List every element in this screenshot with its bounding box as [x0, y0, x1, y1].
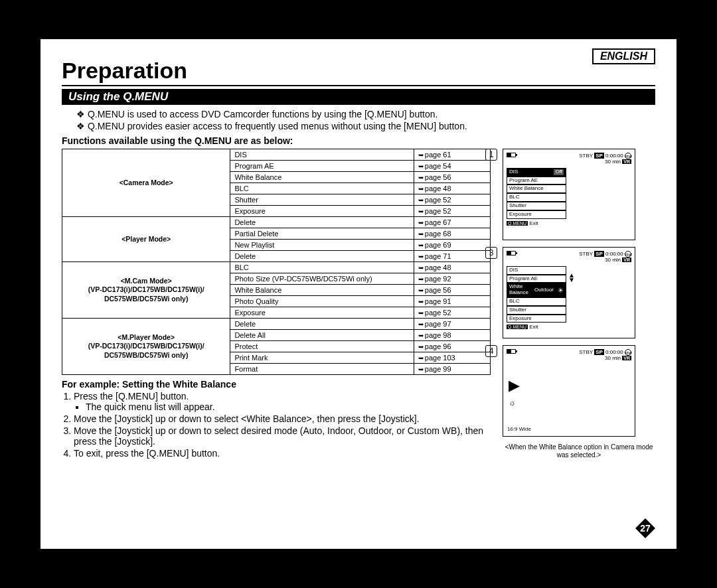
disc-rw-icon: RW: [625, 153, 631, 159]
example-step: Move the [Joystick] up or down to select…: [74, 413, 491, 424]
fn-cell: BLC: [230, 183, 414, 194]
step-number-icon: 1: [485, 149, 497, 161]
mode-label: <Camera Mode>: [62, 149, 230, 217]
example-substep: The quick menu list will appear.: [86, 402, 491, 412]
example-step: To exit, press the [Q.MENU] button.: [74, 448, 491, 459]
step-number-icon: 3: [485, 247, 497, 259]
step-number-icon: 4: [485, 345, 497, 357]
pg-cell: page 92: [414, 273, 490, 285]
fn-cell: Partial Delete: [230, 228, 414, 240]
fn-cell: Delete All: [230, 330, 414, 341]
pg-cell: page 52: [414, 307, 490, 319]
disc-rw-icon: RW: [625, 349, 631, 356]
intro-line: Q.MENU is used to access DVD Camcorder f…: [88, 109, 438, 119]
pg-cell: page 103: [414, 352, 490, 364]
fn-cell: White Balance: [230, 172, 414, 183]
pg-cell: page 52: [414, 194, 490, 206]
sun-icon: ☀: [558, 287, 564, 294]
pg-cell: page 54: [414, 161, 490, 172]
example-block: For example: Setting the White Balance P…: [62, 379, 491, 459]
lcd-screen: STBY SP 0:00:00 RW 30 min VR ▶ ☼ 16:9 Wi…: [503, 345, 635, 437]
play-icon: ▶: [509, 378, 520, 394]
fn-cell: Delete: [230, 319, 414, 330]
aspect-ratio-label: 16:9 Wide: [507, 427, 531, 433]
pg-cell: page 67: [414, 217, 490, 228]
pg-cell: page 68: [414, 228, 490, 240]
fn-cell: BLC: [230, 262, 414, 273]
fn-cell: DIS: [230, 149, 414, 161]
battery-icon: [507, 251, 516, 256]
fn-cell: Photo Quality: [230, 296, 414, 307]
fn-cell: Program AE: [230, 161, 414, 172]
pg-cell: page 91: [414, 296, 490, 307]
pg-cell: page 99: [414, 364, 490, 375]
fn-cell: Print Mark: [230, 352, 414, 364]
fn-cell: Exposure: [230, 307, 414, 319]
fn-cell: Exposure: [230, 206, 414, 217]
pg-cell: page 96: [414, 341, 490, 352]
screen-illustrations: 1 STBY SP 0:00:00 RW 30 min VR DISOff: [503, 149, 655, 460]
page-title: Preparation: [62, 58, 655, 86]
updown-icon: ▲▼: [568, 273, 575, 282]
lcd-screen: STBY SP 0:00:00 RW 30 min VR ▲▼ DIS Prog…: [503, 247, 635, 338]
pg-cell: page 71: [414, 251, 490, 262]
battery-icon: [507, 153, 516, 157]
mode-label: <M.Player Mode> (VP-DC173(i)/DC175WB/DC1…: [62, 319, 230, 375]
fn-cell: Shutter: [230, 194, 414, 206]
fn-cell: Photo Size (VP-DC575WB/DC575Wi only): [230, 273, 414, 285]
example-step: Press the [Q.MENU] button. The quick men…: [74, 391, 491, 412]
pg-cell: page 48: [414, 183, 490, 194]
pg-cell: page 69: [414, 240, 490, 251]
functions-subheading: Functions available using the Q.MENU are…: [62, 135, 655, 146]
pg-cell: page 97: [414, 319, 490, 330]
intro-text: ❖ Q.MENU is used to access DVD Camcorder…: [76, 109, 655, 131]
pg-cell: page 61: [414, 149, 490, 161]
mode-label: <Player Mode>: [62, 217, 230, 262]
battery-icon: [507, 349, 516, 354]
fn-cell: Delete: [230, 217, 414, 228]
pg-cell: page 98: [414, 330, 490, 341]
intro-line: Q.MENU provides easier access to frequen…: [88, 121, 467, 131]
page-number-badge: 27: [635, 518, 655, 538]
fn-cell: Delete: [230, 251, 414, 262]
pg-cell: page 48: [414, 262, 490, 273]
disc-rw-icon: RW: [625, 251, 631, 257]
pg-cell: page 52: [414, 206, 490, 217]
fn-cell: New Playlist: [230, 240, 414, 251]
mode-label: <M.Cam Mode> (VP-DC173(i)/DC175WB/DC175W…: [62, 262, 230, 319]
pg-cell: page 56: [414, 285, 490, 296]
section-heading: Using the Q.MENU: [62, 89, 655, 105]
sun-icon: ☼: [509, 399, 516, 407]
lcd-screen: STBY SP 0:00:00 RW 30 min VR DISOff Prog…: [503, 149, 635, 240]
fn-cell: Format: [230, 364, 414, 375]
functions-table: <Camera Mode> DIS page 61 Program AEpage…: [62, 149, 491, 375]
example-step: Move the [Joystick] up or down to select…: [74, 425, 491, 447]
screens-caption: <When the White Balance option in Camera…: [503, 443, 655, 459]
example-heading: For example: Setting the White Balance: [62, 379, 491, 390]
pg-cell: page 56: [414, 172, 490, 183]
fn-cell: Protect: [230, 341, 414, 352]
manual-page: ENGLISH Preparation Using the Q.MENU ❖ Q…: [40, 38, 677, 550]
language-badge: ENGLISH: [592, 48, 655, 64]
fn-cell: White Balance: [230, 285, 414, 296]
